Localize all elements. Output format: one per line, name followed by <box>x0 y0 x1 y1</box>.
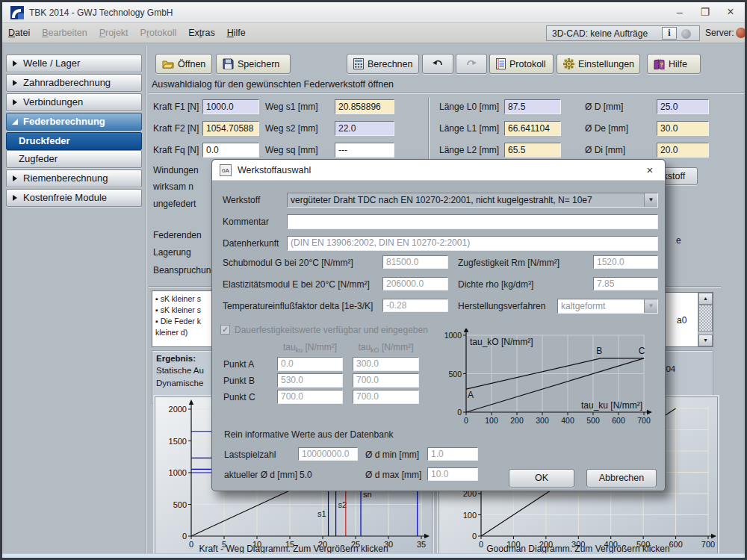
svg-text:100: 100 <box>485 416 498 425</box>
sidebar-item-federberechnung[interactable]: Federberechnung <box>6 113 142 131</box>
info-section-title: Rein informative Werte aus der Datenbank <box>224 429 394 440</box>
scroll-up-button[interactable]: ▲ <box>698 293 713 305</box>
field-input-kraft-f1-n-[interactable]: 1000.0 <box>202 99 259 114</box>
kommentar-input[interactable] <box>287 214 658 229</box>
menu-item-protokoll[interactable]: Protokoll <box>134 23 183 42</box>
field-input--de-mm-[interactable]: 30.0 <box>657 121 709 136</box>
minimize-button[interactable]: – <box>667 2 692 22</box>
field-input-kraft-f2-n-[interactable]: 1054.70588 <box>202 121 259 136</box>
tau-ko-input-b[interactable]: 700.0 <box>353 373 419 388</box>
undo-icon <box>432 59 444 69</box>
sidebar-item-welle-lager[interactable]: Welle / Lager <box>6 55 142 72</box>
chevron-down-icon[interactable]: ▼ <box>644 299 657 313</box>
field-input-weg-sq-mm-[interactable]: --- <box>335 143 394 158</box>
dialog-title-bar[interactable]: 0A Werkstoffauswahl × <box>212 160 665 181</box>
scroll-down-button[interactable]: ▼ <box>698 335 713 346</box>
calculate-button[interactable]: Berechnen <box>347 54 419 74</box>
dichte-label: Dichte rho [kg/dm³] <box>458 279 533 290</box>
tau-ko-input-c[interactable]: 700.0 <box>353 390 419 404</box>
svg-text:1000: 1000 <box>444 331 462 340</box>
schubmodul-input[interactable]: 81500.0 <box>382 255 448 269</box>
lastspielzahl-input[interactable]: 10000000.0 <box>298 447 358 461</box>
herstellung-combobox[interactable]: kaltgeformt ▼ <box>557 299 658 314</box>
redo-button[interactable] <box>456 54 487 74</box>
svg-text:200: 200 <box>510 416 524 425</box>
field-input--di-mm-[interactable]: 20.0 <box>657 143 709 158</box>
calculator-icon <box>353 58 364 69</box>
table-header-tau-ku: tauku [N/mm²] <box>277 342 343 354</box>
tau-ku-input-b[interactable]: 530.0 <box>277 373 343 388</box>
info-button[interactable]: i <box>662 27 677 40</box>
menu-item-bearbeiten[interactable]: Bearbeiten <box>36 23 93 42</box>
dichte-input[interactable]: 7.85 <box>593 277 658 290</box>
expanded-arrow-icon <box>12 118 19 125</box>
kraft-weg-caption[interactable]: Kraft - Weg Diagramm. Zum Vergrößern kli… <box>155 544 432 554</box>
undo-button[interactable] <box>422 54 453 74</box>
sidebar-item-riemenberechnung[interactable]: Riemenberechnung <box>6 169 142 187</box>
sidebar-item-zugfeder[interactable]: Zugfeder <box>6 150 142 168</box>
field-input-kraft-fq-n-[interactable]: 0.0 <box>202 143 259 158</box>
menu-item-extras[interactable]: Extras <box>182 23 220 42</box>
field-input-weg-s2-mm-[interactable]: 22.0 <box>335 121 394 136</box>
form-row-label-ungefedert: ungefedert <box>153 199 196 209</box>
dauerfestigkeit-checkbox-label: Dauerfestigkeitswerte verfügbar und eing… <box>235 325 428 335</box>
listbox-scrollbar[interactable]: ▲ ▼ <box>698 293 713 346</box>
menu-item-hilfe[interactable]: Hilfe <box>221 23 252 42</box>
sidebar-item-druckfeder[interactable]: Druckfeder <box>6 132 142 150</box>
svg-text:1000: 1000 <box>169 468 187 477</box>
svg-text:0: 0 <box>464 416 468 425</box>
dmax-input[interactable]: 10.0 <box>427 467 478 481</box>
sidebar-item-verbindungen[interactable]: Verbindungen <box>6 93 142 111</box>
open-button[interactable]: Öffnen <box>155 54 212 74</box>
field-label: Kraft Fq [N] <box>153 145 199 155</box>
tempfaktor-input[interactable]: -0.28 <box>382 299 448 312</box>
sidebar-item-label: Federberechnung <box>23 116 105 127</box>
field-label: Länge L0 [mm] <box>439 102 499 112</box>
menu-item-projekt[interactable]: Projekt <box>93 23 134 42</box>
field-input-l-nge-l2-mm-[interactable]: 65.5 <box>504 143 561 158</box>
listbox-item[interactable]: a0 <box>677 315 686 326</box>
svg-text:400: 400 <box>561 416 574 425</box>
settings-button[interactable]: Einstellungen <box>557 54 640 74</box>
sidebar-item-label: Kostenfreie Module <box>23 192 107 203</box>
svg-text:600: 600 <box>612 416 625 425</box>
dmax-label: Ø d max [mm] <box>365 470 421 480</box>
redo-icon <box>465 59 477 69</box>
collapsed-arrow-icon <box>12 99 18 107</box>
chevron-down-icon[interactable]: ▼ <box>644 193 657 207</box>
svg-text:1500: 1500 <box>169 437 187 446</box>
field-input--d-mm-[interactable]: 25.0 <box>657 99 709 114</box>
tau-ku-input-a[interactable]: 0.0 <box>277 357 343 371</box>
dialog-close-icon[interactable]: × <box>641 162 659 178</box>
goodman-caption[interactable]: Goodman Diagramm. Zum Vergrößern klicken <box>439 544 717 554</box>
menu-item-datei[interactable]: Datei <box>2 23 36 42</box>
field-label: Kraft F2 [N] <box>153 123 199 134</box>
ok-button[interactable]: OK <box>509 469 574 488</box>
lastspielzahl-label: Lastspielzahl <box>224 449 276 460</box>
tau-ko-input-a[interactable]: 300.0 <box>353 357 419 371</box>
maximize-button[interactable]: ❐ <box>692 2 718 22</box>
cancel-button[interactable]: Abbrechen <box>586 469 657 488</box>
app-window: TBK 2014 - GWJ Technology GmbH – ❐ × Dat… <box>0 0 747 560</box>
field-input-weg-s1-mm-[interactable]: 20.858896 <box>335 99 394 114</box>
dauerfestigkeit-checkbox[interactable]: ✓ <box>220 325 230 335</box>
save-button[interactable]: Speichern <box>216 54 291 74</box>
tau-ku-input-c[interactable]: 700.0 <box>277 390 343 404</box>
collapsed-arrow-icon <box>12 175 18 183</box>
zugfestigkeit-input[interactable]: 1520.0 <box>593 255 658 269</box>
sidebar-item-kostenfreie-module[interactable]: Kostenfreie Module <box>6 189 142 207</box>
protocol-button[interactable]: Protokoll <box>489 54 554 74</box>
sidebar-item-zahnradberechnung[interactable]: Zahnradberechnung <box>6 74 142 92</box>
close-button[interactable]: × <box>718 2 743 22</box>
dmin-input[interactable]: 1.0 <box>427 447 478 461</box>
datenherkunft-input[interactable]: (DIN EN 13906:2002, DIN EN 10270-2:2001) <box>287 236 658 251</box>
cad-status-indicator <box>681 29 691 39</box>
werkstoff-combobox[interactable]: vergüteter Draht TDC nach EN 10270-2:200… <box>287 193 658 208</box>
table-row-label: Punkt A <box>223 359 254 370</box>
help-button[interactable]: ? Hilfe <box>647 54 701 74</box>
svg-text:0A: 0A <box>222 167 229 174</box>
scrollbar-thumb[interactable] <box>698 305 713 332</box>
emodul-input[interactable]: 206000.0 <box>382 277 448 290</box>
field-input-l-nge-l1-mm-[interactable]: 66.641104 <box>504 121 561 136</box>
field-input-l-nge-l0-mm-[interactable]: 87.5 <box>504 99 561 114</box>
